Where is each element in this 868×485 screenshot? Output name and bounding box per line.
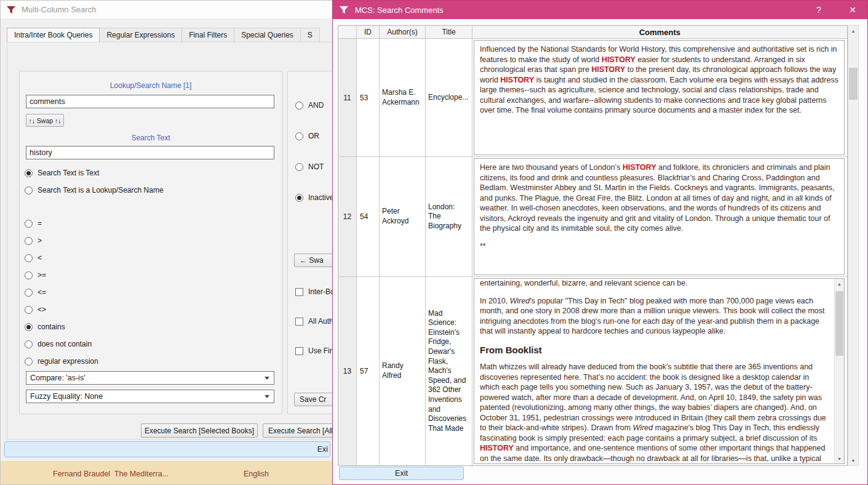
- compare-dropdown[interactable]: Compare: 'as-is': [26, 371, 274, 385]
- status-bar: Fernand Braudel The Mediterra... English: [1, 461, 333, 485]
- scroll-up-icon[interactable]: ▲: [848, 26, 858, 36]
- tab-label: Regular Expressions: [106, 31, 175, 39]
- help-button[interactable]: ?: [808, 1, 829, 19]
- checkbox-label: Use Final: [308, 347, 333, 355]
- search-comments-window: MCS: Search Comments ? ✕ ID Author(s) Ti…: [332, 0, 868, 485]
- radio-label: AND: [308, 101, 324, 110]
- radio-label: contains: [38, 323, 65, 331]
- execute-search-selected-button[interactable]: Execute Search [Selected Books]: [141, 423, 258, 438]
- comment-box[interactable]: Here are two thousand years of London’s …: [474, 158, 845, 275]
- comment-scrollbar[interactable]: ▲▼: [834, 279, 844, 463]
- main-scrollbar[interactable]: ▲ ▼: [848, 25, 859, 466]
- table-row[interactable]: 1254Peter AckroydLondon: The BiographyHe…: [338, 157, 847, 277]
- tab-strip: Intra/Inter Book QueriesRegular Expressi…: [7, 28, 320, 42]
- radio-option-1[interactable]: >: [25, 232, 277, 249]
- radio-search-text-is-a-lookup-search-name[interactable]: Search Text is a Lookup/Search Name: [25, 182, 277, 199]
- comment-text: Influenced by the National Standards for…: [474, 41, 844, 154]
- close-button[interactable]: ✕: [842, 1, 864, 19]
- radio-label: Search Text is Text: [38, 169, 99, 177]
- comment-text: entertaining, wonderful, bizarre, and re…: [474, 279, 834, 463]
- radio-icon: [295, 163, 303, 171]
- radio-label: does not contain: [38, 340, 92, 348]
- chevron-down-icon: [265, 395, 269, 398]
- exit-button[interactable]: Exit: [339, 467, 464, 480]
- radio-and[interactable]: AND: [295, 90, 333, 121]
- comment-text: Here are two thousand years of London’s …: [474, 159, 844, 275]
- save-criteria-button[interactable]: Save Cr: [294, 393, 333, 406]
- tab-intra-inter-book-queries[interactable]: Intra/Inter Book Queries: [7, 28, 100, 42]
- comment-paragraph: entertaining, wonderful, bizarre, and re…: [480, 278, 829, 289]
- comment-paragraph: Influenced by the National Standards for…: [480, 44, 838, 116]
- radio-option-2[interactable]: <: [25, 249, 277, 267]
- radio-icon: [25, 340, 33, 348]
- logic-operator-radios: ANDORNOTInactive: [295, 90, 333, 213]
- filter-icon: [6, 6, 16, 14]
- table-row[interactable]: 1357Randy AlfredMad Science: Einstein's …: [338, 277, 847, 465]
- comment-box[interactable]: entertaining, wonderful, bizarre, and re…: [474, 278, 845, 464]
- title-cell: Mad Science: Einstein's Fridge, Dewar's …: [426, 277, 472, 465]
- radio-search-text-is-text[interactable]: Search Text is Text: [25, 164, 277, 182]
- radio-label: NOT: [308, 162, 324, 171]
- title-cell: London: The Biography: [426, 157, 472, 276]
- radio-label: Search Text is a Lookup/Search Name: [38, 186, 164, 194]
- scroll-thumb[interactable]: [835, 291, 843, 356]
- radio-inactive[interactable]: Inactive: [295, 182, 333, 213]
- scroll-thumb[interactable]: [849, 68, 858, 100]
- language-label: English: [244, 470, 269, 478]
- radio-not[interactable]: NOT: [295, 151, 333, 182]
- title-header[interactable]: Title: [426, 26, 472, 38]
- comment-box[interactable]: Influenced by the National Standards for…: [474, 40, 845, 155]
- comment-heading: From Booklist: [480, 344, 829, 356]
- radio-does-not-contain[interactable]: does not contain: [25, 335, 277, 353]
- radio-contains[interactable]: contains: [25, 318, 277, 335]
- scroll-down-icon[interactable]: ▼: [835, 454, 844, 463]
- tab-label: S: [308, 31, 313, 39]
- checkbox-inter-boo[interactable]: Inter-Boo: [295, 277, 333, 307]
- fuzzy-equality-dropdown[interactable]: Fuzzy Equality: None: [26, 390, 274, 403]
- authors-header[interactable]: Author(s): [380, 26, 426, 38]
- row-number-cell: 13: [338, 277, 357, 465]
- tab-s[interactable]: S: [301, 28, 320, 42]
- checkbox-use-final[interactable]: Use Final: [295, 336, 333, 366]
- radio-option-5[interactable]: <>: [25, 301, 277, 318]
- corner-header-cell: [338, 26, 357, 38]
- radio-or[interactable]: OR: [295, 121, 333, 151]
- tab-final-filters[interactable]: Final Filters: [182, 28, 234, 42]
- search-text-input[interactable]: [26, 146, 274, 159]
- results-body: 1153Marsha E. AckermannEncyclope...Influ…: [338, 39, 847, 465]
- comments-cell: Here are two thousand years of London’s …: [472, 157, 847, 276]
- table-row[interactable]: 1153Marsha E. AckermannEncyclope...Influ…: [338, 39, 847, 157]
- fuzzy-dropdown-value: Fuzzy Equality: None: [26, 392, 265, 401]
- execute-search-all-button[interactable]: Execute Search [All: [263, 423, 333, 438]
- swap-button[interactable]: ↑↓ Swap ↑↓: [26, 114, 64, 127]
- checkbox-icon: [295, 347, 303, 355]
- radio-icon: [25, 271, 33, 279]
- comment-paragraph: Here are two thousand years of London’s …: [480, 162, 838, 234]
- scroll-up-icon[interactable]: ▲: [835, 279, 844, 289]
- radio-option-4[interactable]: <=: [25, 284, 277, 301]
- radio-label: <>: [38, 305, 46, 314]
- lookup-name-input[interactable]: [26, 95, 274, 108]
- radio-label: <=: [38, 288, 46, 297]
- left-window-title: Multi-Column Search: [22, 5, 96, 14]
- comments-header[interactable]: Comments: [472, 26, 847, 38]
- radio-icon: [25, 220, 33, 228]
- radio-option-3[interactable]: >=: [25, 267, 277, 284]
- radio-icon: [25, 254, 33, 262]
- radio-option-0[interactable]: =: [25, 215, 277, 232]
- radio-regular-expression[interactable]: regular expression: [25, 353, 277, 370]
- id-header[interactable]: ID: [357, 26, 380, 38]
- comments-cell: Influenced by the National Standards for…: [472, 39, 847, 156]
- scroll-down-icon[interactable]: ▼: [848, 455, 858, 465]
- chevron-down-icon: [265, 377, 269, 380]
- checkbox-all-autho[interactable]: All Autho: [295, 307, 333, 336]
- checkbox-label: Inter-Boo: [308, 287, 333, 296]
- tab-regular-expressions[interactable]: Regular Expressions: [100, 28, 182, 42]
- authors-cell: Randy Alfred: [380, 277, 426, 465]
- search-text-label: Search Text: [20, 134, 282, 142]
- comment-paragraph: In 2010, Wired’s popular "This Day in Te…: [480, 296, 829, 337]
- swap-columns-button[interactable]: ← Swa: [294, 254, 333, 267]
- exit-button-left[interactable]: Exi: [4, 441, 330, 457]
- tab-special-queries[interactable]: Special Queries: [234, 28, 301, 42]
- radio-label: =: [38, 219, 42, 228]
